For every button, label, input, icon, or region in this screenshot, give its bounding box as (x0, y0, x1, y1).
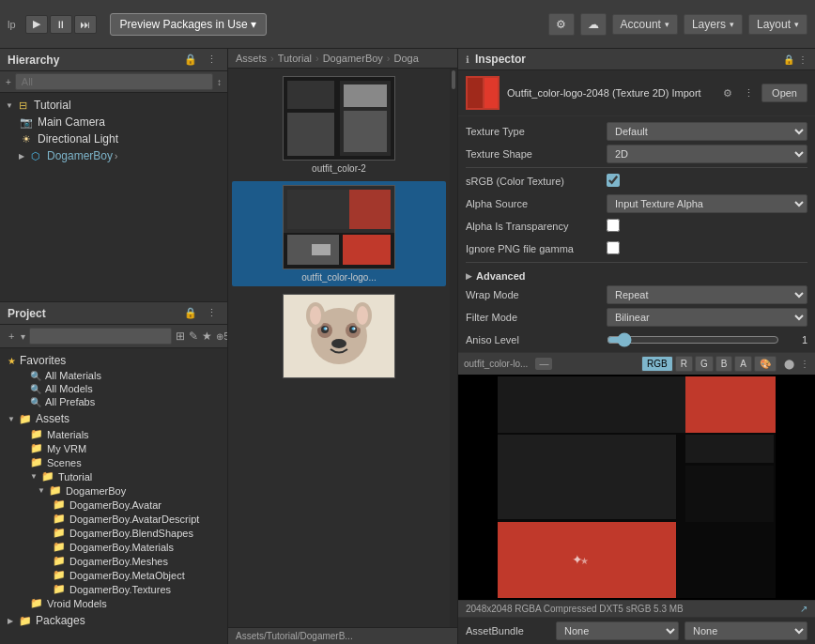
dogamerboy-folder-arrow: ▼ (38, 486, 45, 495)
proj-star-icon[interactable]: ★ (202, 330, 212, 343)
divider-1 (466, 167, 807, 168)
breadcrumb-doga[interactable]: Doga (394, 53, 419, 64)
hierarchy-lock-btn[interactable]: 🔒 (181, 53, 200, 67)
blendshapes-folder-icon: 📁 (53, 527, 66, 539)
center-scrollbar[interactable] (450, 69, 457, 627)
wrap-mode-select[interactable]: Repeat (607, 285, 807, 304)
breadcrumb-assets[interactable]: Assets (236, 53, 267, 64)
favorites-header[interactable]: ★ Favorites (4, 352, 223, 369)
hierarchy-title: Hierarchy (8, 54, 59, 67)
pause-button[interactable]: ⏸ (50, 15, 72, 34)
camera-icon: 📷 (19, 115, 34, 130)
alpha-source-select[interactable]: Input Texture Alpha (607, 194, 807, 213)
assets-tutorial[interactable]: ▼ 📁 Tutorial (4, 469, 223, 483)
hierarchy-sort-btn[interactable]: ↕ (217, 77, 222, 87)
hierarchy-menu-btn[interactable]: ⋮ (204, 53, 220, 67)
account-dropdown[interactable]: Account ▾ (612, 14, 678, 35)
tex-name-line-icon[interactable]: — (535, 358, 552, 370)
hierarchy-add-btn[interactable]: + (6, 77, 11, 87)
hierarchy-label-directional-light: Directional Light (38, 132, 118, 146)
texture-preview-section: outfit_color-lo... — RGB R G B A 🎨 ⬤ ⋮ (458, 352, 815, 644)
ignore-png-checkbox[interactable] (607, 241, 620, 254)
hierarchy-item-main-camera[interactable]: 📷 Main Camera (4, 114, 223, 130)
channel-r-btn[interactable]: R (675, 356, 693, 372)
favorites-section: ★ Favorites 🔍 All Materials 🔍 All Models (4, 352, 223, 408)
asset-bundle-select-2[interactable]: None (684, 621, 807, 640)
channel-a-btn[interactable]: A (734, 356, 752, 372)
inspector-more-btn[interactable]: ⋮ (798, 54, 807, 65)
aniso-level-slider[interactable] (607, 332, 779, 347)
hierarchy-item-dogamerboy[interactable]: ▶ ⬡ DogamerBoy › (4, 147, 223, 164)
layout-dropdown[interactable]: Layout ▾ (748, 14, 807, 35)
assets-dogamerboy-avatardescript[interactable]: 📁 DogamerBoy.AvatarDescript (4, 512, 223, 526)
assets-section: ▼ 📁 Assets 📁 Materials 📁 My VRM (4, 410, 223, 610)
channel-g-btn[interactable]: G (695, 356, 714, 372)
hierarchy-item-directional-light[interactable]: ☀ Directional Light (4, 130, 223, 147)
asset-svg-2 (284, 186, 394, 268)
assets-dogamerboy-metaobject[interactable]: 📁 DogamerBoy.MetaObject (4, 568, 223, 582)
channel-b-btn[interactable]: B (715, 356, 733, 372)
assets-dogamerboy-materials[interactable]: 📁 DogamerBoy.Materials (4, 540, 223, 554)
tex-preview-name: outfit_color-lo... (464, 359, 528, 369)
assets-header[interactable]: ▼ 📁 Assets (4, 410, 223, 427)
dogamerboy-folder-label: DogamerBoy (66, 485, 126, 497)
open-button[interactable]: Open (761, 84, 807, 102)
alpha-transparency-label: Alpha Is Transparency (466, 221, 607, 232)
cloud-icon: ☁ (588, 18, 599, 31)
texture-type-select[interactable]: Default (607, 122, 807, 141)
asset-thumb-outfit-color-logo[interactable]: outfit_color-logo... (232, 181, 446, 286)
play-button[interactable]: ▶ (25, 15, 48, 34)
assets-materials[interactable]: 📁 Materials (4, 427, 223, 441)
breadcrumb-dogamerboy[interactable]: DogamerBoy (323, 53, 383, 64)
texture-shape-select[interactable]: 2D (607, 145, 807, 163)
svg-rect-4 (344, 84, 387, 107)
breadcrumb-sep-3: › (387, 53, 391, 64)
project-menu-btn[interactable]: ⋮ (204, 306, 220, 320)
preview-packages-button[interactable]: Preview Packages in Use ▾ (110, 13, 267, 36)
proj-edit-icon[interactable]: ✎ (189, 330, 198, 343)
fav-all-models[interactable]: 🔍 All Models (4, 382, 223, 395)
filter-mode-select[interactable]: Bilinear (607, 308, 807, 327)
divider-2 (466, 262, 807, 263)
assets-dogamerboy-textures[interactable]: 📁 DogamerBoy.Textures (4, 582, 223, 596)
advanced-section-header[interactable]: ▶ Advanced (466, 267, 807, 285)
scrollbar-thumb[interactable] (452, 70, 455, 89)
fav-all-materials[interactable]: 🔍 All Materials (4, 369, 223, 382)
project-lock-btn[interactable]: 🔒 (181, 306, 200, 320)
packages-section: ▶ 📁 Packages (4, 612, 223, 629)
asset-thumb-dog[interactable] (232, 290, 446, 385)
fav-all-prefabs[interactable]: 🔍 All Prefabs (4, 395, 223, 408)
preview-circle-btn[interactable]: ⬤ (784, 359, 794, 369)
asset-thumb-outfit-color-2[interactable]: outfit_color-2 (232, 72, 446, 177)
svg-point-24 (357, 306, 368, 325)
layers-dropdown[interactable]: Layers ▾ (684, 14, 743, 35)
channel-rgb-btn[interactable]: RGB (641, 356, 673, 372)
project-add-btn[interactable]: + (6, 330, 17, 343)
settings-icon-btn[interactable]: ⚙ (548, 13, 575, 36)
srgb-checkbox[interactable] (607, 174, 620, 187)
cloud-icon-btn[interactable]: ☁ (580, 13, 607, 36)
tex-info-link-icon[interactable]: ↗ (800, 604, 807, 614)
step-button[interactable]: ⏭ (74, 15, 97, 34)
assets-dogamerboy[interactable]: ▼ 📁 DogamerBoy (4, 483, 223, 498)
breadcrumb-tutorial[interactable]: Tutorial (278, 53, 312, 64)
channel-extra-btn[interactable]: 🎨 (754, 356, 777, 372)
alpha-transparency-checkbox[interactable] (607, 219, 620, 232)
assets-dogamerboy-blendshapes[interactable]: 📁 DogamerBoy.BlendShapes (4, 526, 223, 540)
asset-settings-icon[interactable]: ⚙ (723, 87, 732, 100)
proj-grid-icon[interactable]: ⊞ (176, 330, 185, 343)
assets-vroid-models[interactable]: 📁 Vroid Models (4, 596, 223, 610)
preview-more-btn[interactable]: ⋮ (800, 359, 809, 369)
assets-dogamerboy-avatar[interactable]: 📁 DogamerBoy.Avatar (4, 498, 223, 512)
asset-bundle-select-1[interactable]: None (556, 621, 679, 640)
inspector-lock-btn[interactable]: 🔒 (783, 54, 794, 65)
project-search-input[interactable] (29, 328, 172, 345)
asset-more-icon[interactable]: ⋮ (744, 87, 754, 100)
packages-header[interactable]: ▶ 📁 Packages (4, 612, 223, 629)
assets-scenes[interactable]: 📁 Scenes (4, 455, 223, 469)
fav-label-all-prefabs: All Prefabs (45, 396, 95, 407)
assets-myvrm[interactable]: 📁 My VRM (4, 441, 223, 455)
hierarchy-item-tutorial[interactable]: ▼ ⊟ Tutorial (4, 97, 223, 114)
assets-dogamerboy-meshes[interactable]: 📁 DogamerBoy.Meshes (4, 554, 223, 568)
hierarchy-search-input[interactable] (15, 73, 213, 90)
